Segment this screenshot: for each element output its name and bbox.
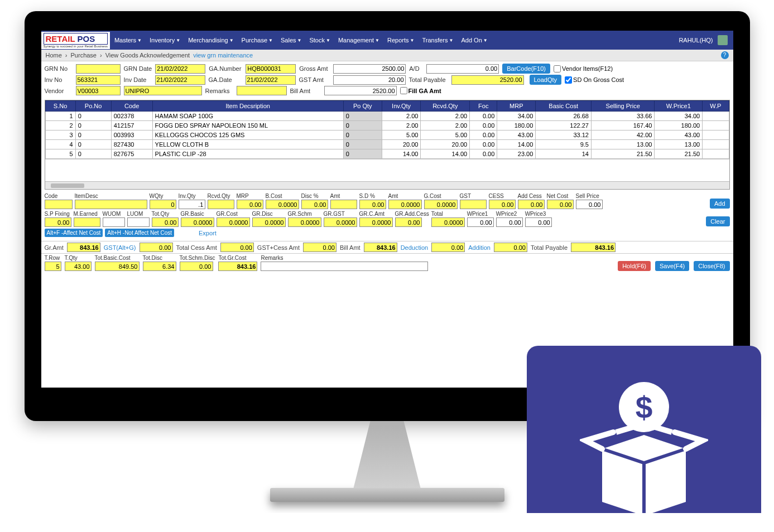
grid-header[interactable]: Inv.Qty <box>382 101 421 112</box>
ga-date-input[interactable] <box>246 75 296 85</box>
luom-input[interactable] <box>127 217 150 227</box>
table-row[interactable]: 40827430YELLOW CLOTH B020.0020.000.0014.… <box>45 140 729 149</box>
wprice2-input[interactable] <box>496 217 523 227</box>
remarks2-input[interactable] <box>261 262 428 271</box>
entry-code-input[interactable] <box>45 200 73 209</box>
grid-horizontal-scrollbar[interactable] <box>45 181 729 189</box>
entry-rcvdqty-input[interactable] <box>208 200 234 209</box>
entry-amt-input[interactable] <box>330 200 357 209</box>
entry-bcost-input[interactable] <box>266 200 299 209</box>
wuom-input[interactable] <box>103 217 125 227</box>
mearned-input[interactable] <box>74 217 100 227</box>
bill-amt-input[interactable] <box>324 86 397 95</box>
table-row[interactable]: 50827675PLASTIC CLIP -28014.0014.000.002… <box>45 149 729 159</box>
total-payable-input[interactable] <box>451 75 524 85</box>
help-icon[interactable]: ? <box>721 51 729 59</box>
close-button[interactable]: Close(F8) <box>694 261 729 271</box>
add-button[interactable]: Add <box>710 199 730 209</box>
entry-addcess-input[interactable] <box>518 200 545 209</box>
clear-button[interactable]: Clear <box>706 216 729 226</box>
grid-header[interactable]: S.No <box>45 101 75 112</box>
table-row[interactable]: 10002378HAMAM SOAP 100G02.002.000.0034.0… <box>45 112 729 121</box>
sd-gross-checkbox[interactable]: SD On Gross Cost <box>565 76 624 84</box>
crumb-view-ga[interactable]: View Goods Acknowledgement <box>105 52 190 59</box>
deduction-value <box>431 243 465 252</box>
grid-header[interactable]: Po.No <box>75 101 111 112</box>
grid-header[interactable]: Foc <box>470 101 497 112</box>
inv-date-input[interactable] <box>155 75 205 85</box>
entry-itemdesc-input[interactable] <box>75 200 147 209</box>
vendor-code-input[interactable] <box>76 86 121 95</box>
export-link[interactable]: Export <box>199 230 217 236</box>
entry-sdpct-input[interactable] <box>359 200 386 209</box>
grdisc-input[interactable] <box>252 217 286 227</box>
grid-header[interactable]: Item Decsription <box>152 101 343 112</box>
barcode-button[interactable]: BarCode(F10) <box>502 64 550 74</box>
gst-link[interactable]: GST(Alt+G) <box>104 244 136 251</box>
spfixing-input[interactable] <box>45 217 71 227</box>
grid-header[interactable]: Basic Cost <box>536 101 592 112</box>
grn-date-input[interactable] <box>155 64 205 74</box>
table-row[interactable]: 20412157FOGG DEO SPRAY NAPOLEON 150 ML02… <box>45 121 729 130</box>
grid-header[interactable]: Code <box>111 101 152 112</box>
ga-number-input[interactable] <box>246 64 296 74</box>
inv-no-input[interactable] <box>76 75 121 85</box>
graddcess-input[interactable] <box>395 217 422 227</box>
entry-wqty-input[interactable] <box>150 200 176 209</box>
grid-header[interactable]: MRP <box>497 101 536 112</box>
entry-netcost-input[interactable] <box>547 200 574 209</box>
nav-masters[interactable]: Masters▼ <box>114 37 142 43</box>
nav-sales[interactable]: Sales▼ <box>281 37 301 43</box>
crumb-home[interactable]: Home <box>46 52 62 59</box>
entry-mrp-input[interactable] <box>237 200 263 209</box>
grn-no-input[interactable] <box>76 64 121 74</box>
altf-shortcut[interactable]: Alt+F -Affect Net Cost <box>45 229 103 237</box>
entry-amt2-input[interactable] <box>388 200 422 209</box>
nav-management[interactable]: Management▼ <box>338 37 379 43</box>
fill-ga-checkbox[interactable]: Fill GA Amt <box>400 87 441 94</box>
vendor-name-input[interactable] <box>124 86 202 95</box>
link-view-grn[interactable]: view grn maintenance <box>193 52 253 59</box>
hold-button[interactable]: Hold(F6) <box>618 261 651 271</box>
entry-cess-input[interactable] <box>489 200 516 209</box>
grbasic-input[interactable] <box>181 217 214 227</box>
grgst-input[interactable] <box>324 217 357 227</box>
ad-input[interactable] <box>426 64 499 74</box>
entry-discpct-input[interactable] <box>301 200 328 209</box>
grcost-input[interactable] <box>217 217 250 227</box>
grid-header[interactable]: W.Price1 <box>655 101 703 112</box>
entry-invqty-input[interactable] <box>179 200 205 209</box>
entry-sellprice-input[interactable] <box>576 200 603 209</box>
nav-merchandising[interactable]: Merchandising▼ <box>188 37 233 43</box>
gst-amt-input[interactable] <box>333 75 406 85</box>
loadqty-button[interactable]: LoadQty <box>530 75 562 85</box>
grid-header[interactable]: Rcvd.Qty <box>421 101 470 112</box>
total-input[interactable] <box>431 217 465 227</box>
grcamt-input[interactable] <box>359 217 393 227</box>
gross-amt-input[interactable] <box>333 64 406 74</box>
nav-reports[interactable]: Reports▼ <box>387 37 414 43</box>
grschm-input[interactable] <box>288 217 321 227</box>
nav-stock[interactable]: Stock▼ <box>309 37 330 43</box>
wprice3-input[interactable] <box>525 217 552 227</box>
table-row[interactable]: 30003993KELLOGGS CHOCOS 125 GMS05.005.00… <box>45 130 729 140</box>
nav-transfers[interactable]: Transfers▼ <box>422 37 453 43</box>
wprice1-input[interactable] <box>467 217 494 227</box>
grid-header[interactable]: Selling Price <box>591 101 654 112</box>
remarks-input[interactable] <box>237 86 287 95</box>
user-avatar-icon[interactable] <box>718 35 728 45</box>
entry-gcost-input[interactable] <box>424 200 458 209</box>
nav-addon[interactable]: Add On▼ <box>461 37 487 43</box>
nav-inventory[interactable]: Inventory▼ <box>150 37 180 43</box>
deduction-link[interactable]: Deduction <box>401 244 429 251</box>
totqty-input[interactable] <box>152 217 179 227</box>
grid-header[interactable]: W.P <box>703 101 729 112</box>
alth-shortcut[interactable]: Alt+H -Not Affect Net Cost <box>105 229 174 237</box>
nav-purchase[interactable]: Purchase▼ <box>242 37 273 43</box>
save-button[interactable]: Save(F4) <box>655 261 689 271</box>
grid-header[interactable]: Po Qty <box>343 101 382 112</box>
vendor-items-checkbox[interactable]: Vendor Items(F12) <box>554 65 613 72</box>
addition-link[interactable]: Addition <box>468 244 491 251</box>
entry-gst-input[interactable] <box>460 200 487 209</box>
crumb-purchase[interactable]: Purchase <box>71 52 97 59</box>
